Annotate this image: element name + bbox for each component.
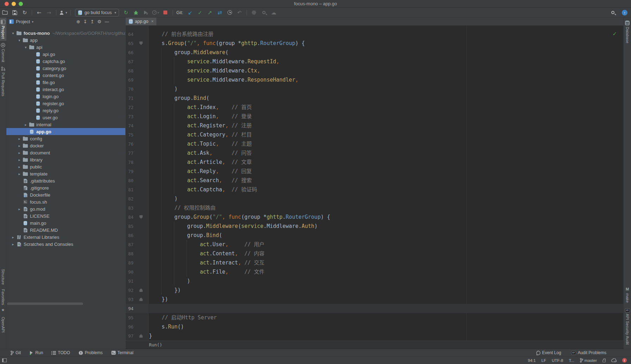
close-icon[interactable]: × bbox=[151, 19, 154, 24]
tree-item-focus-sh[interactable]: focus.sh bbox=[6, 198, 125, 205]
gutter[interactable]: 84 bbox=[126, 212, 148, 222]
code-line-94[interactable]: 94 bbox=[126, 304, 623, 313]
gutter[interactable]: 95 bbox=[126, 313, 148, 322]
code-line-85[interactable]: 85 group.Middleware(service.Middleware.A… bbox=[126, 222, 623, 231]
breadcrumb-context[interactable]: Run() bbox=[149, 342, 162, 347]
search-everywhere-icon[interactable] bbox=[609, 9, 617, 17]
gear-icon[interactable]: ⚙ bbox=[97, 19, 101, 24]
caret-position[interactable]: 94:1 bbox=[528, 358, 536, 363]
tree-item-scratches-and-consoles[interactable]: ▸Scratches and Consoles bbox=[6, 241, 125, 248]
gutter[interactable]: 94 bbox=[126, 304, 148, 313]
line-number[interactable]: 91 bbox=[126, 279, 133, 284]
expand-all-icon[interactable]: ↧ bbox=[83, 19, 87, 24]
line-number[interactable]: 66 bbox=[126, 50, 133, 55]
gutter[interactable]: 73 bbox=[126, 112, 148, 121]
git-push-icon[interactable]: ↗ bbox=[206, 9, 214, 17]
locate-icon[interactable]: ⊕ bbox=[76, 19, 80, 24]
tree-item-library[interactable]: ▸library bbox=[6, 156, 125, 163]
code-line-87[interactable]: 87 act.User, // 用户 bbox=[126, 240, 623, 249]
line-number[interactable]: 94 bbox=[126, 306, 133, 311]
fold-marker-icon[interactable] bbox=[139, 215, 143, 219]
line-number[interactable]: 89 bbox=[126, 260, 133, 266]
tree-item-category-go[interactable]: category.go bbox=[6, 65, 125, 72]
line-number[interactable]: 83 bbox=[126, 205, 133, 211]
gutter[interactable]: 89 bbox=[126, 258, 148, 267]
line-number[interactable]: 97 bbox=[126, 333, 133, 339]
code-line-96[interactable]: 96 s.Run() bbox=[126, 322, 623, 331]
code-line-79[interactable]: 79 act.Reply, // 回复 bbox=[126, 167, 623, 176]
gutter[interactable]: 75 bbox=[126, 130, 148, 139]
editor-content[interactable]: 64 // 前台系统路由注册65 s.Group("/", func(group… bbox=[126, 26, 623, 340]
code-line-78[interactable]: 78 act.Article, // 文章 bbox=[126, 158, 623, 167]
ide-update-icon[interactable]: ↑ bbox=[622, 10, 627, 15]
line-number[interactable]: 80 bbox=[126, 178, 133, 183]
code-line-67[interactable]: 67 service.Middleware.RequestId, bbox=[126, 57, 623, 66]
gutter[interactable]: 76 bbox=[126, 139, 148, 148]
tool-stripe-button-pull-requests[interactable]: Pull Requests bbox=[0, 64, 6, 98]
line-number[interactable]: 76 bbox=[126, 141, 133, 147]
tree-item-captcha-go[interactable]: captcha.go bbox=[6, 58, 125, 65]
gutter[interactable]: 67 bbox=[126, 57, 148, 66]
chevron-right-icon[interactable]: ▸ bbox=[16, 137, 23, 141]
code-line-93[interactable]: 93 }) bbox=[126, 295, 623, 304]
debug-icon[interactable] bbox=[132, 9, 140, 17]
chevron-right-icon[interactable]: ▸ bbox=[10, 235, 16, 239]
gutter[interactable]: 70 bbox=[126, 84, 148, 94]
code-line-81[interactable]: 81 act.Captcha, // 验证码 bbox=[126, 185, 623, 194]
chevron-right-icon[interactable]: ▸ bbox=[16, 144, 23, 148]
code-line-86[interactable]: 86 group.Bind( bbox=[126, 231, 623, 240]
tree-item-docker[interactable]: ▸docker bbox=[6, 142, 125, 149]
tree-item-focus-mono[interactable]: ▾focus-mono~/Workspace/Go/GOPATH/src/git… bbox=[6, 30, 125, 37]
toolwindow-button-event-log[interactable]: Event Log bbox=[536, 350, 561, 355]
toolwindow-button-run[interactable]: Run bbox=[29, 350, 43, 355]
git-merge-icon[interactable]: ⇄ bbox=[216, 9, 224, 17]
tree-item-register-go[interactable]: register.go bbox=[6, 100, 125, 107]
code-line-95[interactable]: 95 // 启动Http Server bbox=[126, 313, 623, 322]
collapse-all-icon[interactable]: ↥ bbox=[90, 19, 94, 24]
gutter[interactable]: 64 bbox=[126, 30, 148, 39]
line-number[interactable]: 87 bbox=[126, 242, 133, 247]
annotate-user-icon[interactable]: ▾ bbox=[60, 9, 67, 17]
chevron-down-icon[interactable]: ▾ bbox=[32, 20, 33, 24]
tree-item-user-go[interactable]: user.go bbox=[6, 114, 125, 121]
tree-item-api[interactable]: ▾api bbox=[6, 44, 125, 51]
gutter[interactable]: 71 bbox=[126, 94, 148, 103]
gutter[interactable]: 78 bbox=[126, 158, 148, 167]
code-line-76[interactable]: 76 act.Topic, // 主题 bbox=[126, 139, 623, 148]
tree-item-api-go[interactable]: api.go bbox=[6, 51, 125, 58]
toolwindow-button-problems[interactable]: Problems bbox=[79, 350, 103, 355]
gutter[interactable]: 69 bbox=[126, 75, 148, 84]
gutter[interactable]: 80 bbox=[126, 176, 148, 185]
toolwindow-button-audit-problems[interactable]: APIAudit Problems bbox=[571, 350, 606, 355]
chevron-right-icon[interactable]: ▸ bbox=[23, 123, 29, 127]
line-number[interactable]: 73 bbox=[126, 114, 133, 119]
gutter[interactable]: 87 bbox=[126, 240, 148, 249]
code-line-80[interactable]: 80 act.Search, // 搜索 bbox=[126, 176, 623, 185]
code-line-69[interactable]: 69 service.Middleware.ResponseHandler, bbox=[126, 75, 623, 84]
tree-item-reply-go[interactable]: reply.go bbox=[6, 107, 125, 114]
chevron-right-icon[interactable]: ▸ bbox=[16, 151, 23, 155]
tree-item-main-go[interactable]: main.go bbox=[6, 219, 125, 226]
tab-app-go[interactable]: app.go × bbox=[126, 18, 156, 25]
fold-marker-icon[interactable] bbox=[139, 334, 143, 338]
line-number[interactable]: 88 bbox=[126, 251, 133, 256]
layout-toggle-icon[interactable] bbox=[2, 358, 7, 362]
gutter[interactable]: 74 bbox=[126, 121, 148, 130]
line-number[interactable]: 81 bbox=[126, 187, 133, 192]
line-number[interactable]: 74 bbox=[126, 123, 133, 128]
code-line-77[interactable]: 77 act.Ask, // 问答 bbox=[126, 148, 623, 158]
gutter[interactable]: 92 bbox=[126, 286, 148, 295]
tree-item-content-go[interactable]: content.go bbox=[6, 72, 125, 79]
gutter[interactable]: 85 bbox=[126, 222, 148, 231]
tool-stripe-button-api-security-audit[interactable]: APIAPI Security Audit bbox=[625, 306, 630, 347]
gutter[interactable]: 90 bbox=[126, 267, 148, 276]
indent-style[interactable]: T... bbox=[569, 358, 574, 363]
error-dot-icon[interactable]: ! bbox=[622, 358, 627, 363]
run-configuration-select[interactable]: go build focus ▾ bbox=[75, 9, 119, 17]
git-commit-icon[interactable]: ✓ bbox=[196, 9, 204, 17]
gutter[interactable]: 65 bbox=[126, 39, 148, 48]
code-line-73[interactable]: 73 act.Login, // 登录 bbox=[126, 112, 623, 121]
git-update-icon[interactable]: ↙ bbox=[186, 9, 194, 17]
stop-icon[interactable] bbox=[162, 9, 169, 17]
line-number[interactable]: 65 bbox=[126, 41, 133, 46]
